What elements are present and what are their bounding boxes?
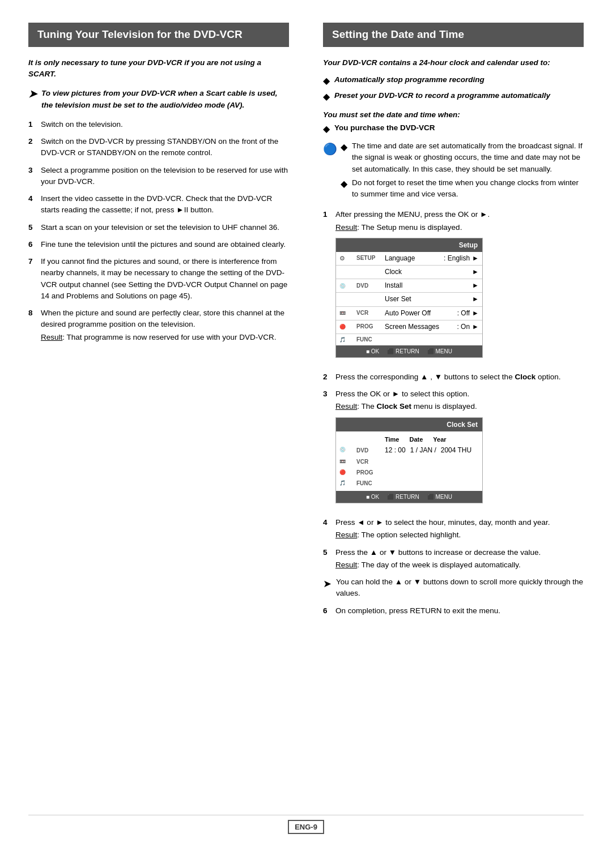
setup-cat-label: SETUP xyxy=(356,254,385,263)
vcr-cat-label: VCR xyxy=(356,309,385,318)
clock-year-val: 2004 THU xyxy=(441,445,471,455)
left-intro: It is only necessary to tune your DVD-VC… xyxy=(28,57,289,80)
setup-screen: Setup ⚙ SETUP Language : English ► xyxy=(335,238,483,358)
left-intro-text: It is only necessary to tune your DVD-VC… xyxy=(28,58,261,78)
right-step-4: 4 Press ◄ or ► to select the hour, minut… xyxy=(323,517,584,541)
clock-set-screen: Clock Set Time Date Year 💿 xyxy=(335,417,483,504)
step-4-text: Insert the video cassette in the DVD-VCR… xyxy=(41,193,289,216)
right-step-4-result-label: Result xyxy=(335,531,357,539)
setup-row6-arrow: ► xyxy=(472,322,479,332)
vcr-icon: 📼 xyxy=(339,309,356,317)
right-step-1: 1 After pressing the MENU, press the OK … xyxy=(323,209,584,366)
setup-language-value: : English xyxy=(444,253,470,264)
setup-row3-arrow: ► xyxy=(472,280,479,291)
clock-vcr-row: 📼 VCR xyxy=(336,456,482,467)
setup-language-label: Language xyxy=(385,253,444,264)
setup-screen-title: Setup xyxy=(336,238,482,252)
step-7-text: If you cannot find the pictures and soun… xyxy=(41,256,289,302)
step-8-num: 8 xyxy=(28,307,41,343)
setup-row1-arrow: ► xyxy=(472,253,479,264)
step-2-text: Switch on the DVD-VCR by pressing STANDB… xyxy=(41,136,289,159)
dvd-cat-label: DVD xyxy=(356,281,385,290)
right-step-1-result-label: Result xyxy=(335,223,357,232)
step-6-text: Fine tune the television until the pictu… xyxy=(41,239,289,250)
page: Tuning Your Television for the DVD-VCR I… xyxy=(0,0,612,868)
step-3-text: Select a programme position on the telev… xyxy=(41,165,289,188)
right-step-5-content: Press the ▲ or ▼ buttons to increase or … xyxy=(335,547,584,571)
right-step-3-result: Result: The Clock Set menu is displayed. xyxy=(335,401,584,412)
must-set-bullet-icon: ◆ xyxy=(323,122,330,136)
note-bullet-1: ◆ The time and date are set automaticall… xyxy=(341,140,584,175)
setup-userset-label: User Set xyxy=(385,294,470,305)
right-intro: Your DVD-VCR contains a 24-hour clock an… xyxy=(323,57,584,69)
setup-row2-arrow: ► xyxy=(472,267,479,277)
step-7-num: 7 xyxy=(28,256,41,302)
right-step-4-result: Result: The option selected highlight. xyxy=(335,529,584,541)
left-arrow-note: ➤ To view pictures from your DVD-VCR whe… xyxy=(28,88,289,111)
right-step-2-num: 2 xyxy=(323,371,335,383)
page-number: ENG-9 xyxy=(288,820,324,834)
step-8-result-label: Result xyxy=(41,333,62,341)
bullet-1: ◆ Automatically stop programme recording xyxy=(323,74,584,88)
bullet-icon-2: ◆ xyxy=(323,90,330,104)
right-intro-text: Your DVD-VCR contains a 24-hour clock an… xyxy=(323,58,550,67)
right-step-1-result: Result: The Setup menu is displayed. xyxy=(335,222,584,233)
step-3: 3 Select a programme position on the tel… xyxy=(28,165,289,188)
right-arrow-note: ➤ You can hold the ▲ or ▼ buttons down t… xyxy=(323,576,584,600)
right-step-4-content: Press ◄ or ► to select the hour, minutes… xyxy=(335,517,584,541)
must-set-label: You must set the date and time when: xyxy=(323,110,584,119)
clock-footer-menu: ⬛ MENU xyxy=(427,493,452,501)
arrow-icon: ➤ xyxy=(28,87,37,102)
note-bullet-2: ◆ Do not forget to reset the time when y… xyxy=(341,177,584,200)
step-8-result: Result: That programme is now reserved f… xyxy=(41,332,289,343)
clock-col-headers: Time Date Year xyxy=(336,434,482,444)
clock-screen-body: Time Date Year 💿 DVD 12 : 00 1 / JAN / xyxy=(336,431,482,491)
col-year: Year xyxy=(433,435,446,444)
intro-bullet-list: ◆ Automatically stop programme recording… xyxy=(323,74,584,104)
clock-func-cat: FUNC xyxy=(356,479,385,488)
clock-footer-return: ⬛ RETURN xyxy=(387,493,419,501)
setup-screen-body: ⚙ SETUP Language : English ► xyxy=(336,252,482,345)
step-8: 8 When the picture and sound are perfect… xyxy=(28,307,289,343)
clock-dvd-icon: 💿 xyxy=(339,446,356,454)
clock-func-row: 🎵 FUNC xyxy=(336,478,482,489)
step-1-text: Switch on the television. xyxy=(41,119,289,130)
left-column: Tuning Your Television for the DVD-VCR I… xyxy=(28,23,295,798)
right-arrow-note-text: You can hold the ▲ or ▼ buttons down to … xyxy=(336,576,584,600)
right-step-5-num: 5 xyxy=(323,547,335,571)
right-step-6-text: On completion, press RETURN to exit the … xyxy=(335,605,584,617)
right-steps-list: 1 After pressing the MENU, press the OK … xyxy=(323,209,584,571)
step-3-num: 3 xyxy=(28,165,41,188)
note-circle-block: 🔵 ◆ The time and date are set automatica… xyxy=(323,140,584,202)
page-footer: ENG-9 xyxy=(28,815,584,834)
bullet-2: ◆ Preset your DVD-VCR to record a progra… xyxy=(323,90,584,104)
setup-install-label: Install xyxy=(385,280,470,291)
footer-return: ⬛ RETURN xyxy=(387,347,419,356)
clock-dvd-row: 💿 DVD 12 : 00 1 / JAN / 2004 THU xyxy=(336,444,482,456)
setup-row-clock: Clock ► xyxy=(336,266,482,279)
clock-vcr-cat: VCR xyxy=(356,457,385,466)
prog-icon: 🔴 xyxy=(339,323,356,331)
left-steps-list: 1 Switch on the television. 2 Switch on … xyxy=(28,119,289,343)
right-step-5-result-label: Result xyxy=(335,561,357,569)
must-set-bullet-text: You purchase the DVD-VCR xyxy=(334,122,584,134)
clock-prog-icon: 🔴 xyxy=(339,469,356,477)
dvd-icon: 💿 xyxy=(339,282,356,290)
note-bullet-2-text: Do not forget to reset the time when you… xyxy=(352,177,584,200)
step-8-content: When the picture and sound are perfectly… xyxy=(41,307,289,343)
right-step-1-content: After pressing the MENU, press the OK or… xyxy=(335,209,584,366)
setup-clock-label: Clock xyxy=(385,267,470,277)
setup-row-func: 🎵 FUNC xyxy=(336,334,482,345)
step-5: 5 Start a scan on your television or set… xyxy=(28,222,289,233)
func-cat-label: FUNC xyxy=(356,335,385,344)
note-circle-icon: 🔵 xyxy=(323,140,337,157)
step-6: 6 Fine tune the television until the pic… xyxy=(28,239,289,250)
right-step-5-result: Result: The day of the week is displayed… xyxy=(335,559,584,571)
setup-row-setup: ⚙ SETUP Language : English ► xyxy=(336,252,482,265)
clock-vcr-icon: 📼 xyxy=(339,458,356,466)
setup-icon: ⚙ xyxy=(339,254,356,264)
note-sub-bullets: ◆ The time and date are set automaticall… xyxy=(341,140,584,200)
bullet-1-text: Automatically stop programme recording xyxy=(334,74,584,85)
note-bullet-1-text: The time and date are set automatically … xyxy=(352,140,584,175)
columns: Tuning Your Television for the DVD-VCR I… xyxy=(28,23,584,798)
